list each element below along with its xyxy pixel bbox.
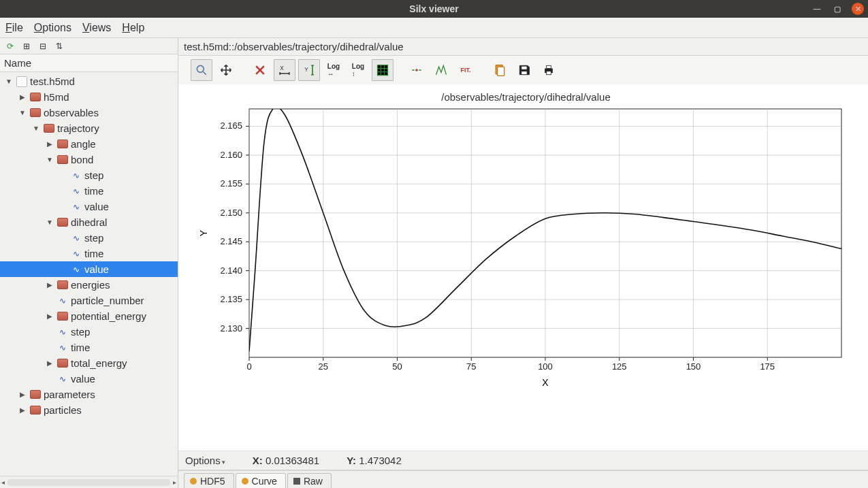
tree-label: observables <box>44 107 99 118</box>
tree-item-observables[interactable]: ▼observables <box>0 105 178 120</box>
tree-item-bond[interactable]: ▼bond <box>0 152 178 167</box>
expander-icon[interactable]: ▶ <box>45 140 54 148</box>
expander-icon[interactable]: ▼ <box>4 78 14 85</box>
pan-icon[interactable] <box>215 59 237 81</box>
tree-item-angle[interactable]: ▶angle <box>0 136 178 152</box>
view-tabs: HDF5 Curve Raw <box>178 470 868 488</box>
tab-curve[interactable]: Curve <box>236 473 286 488</box>
tree-label: trajectory <box>57 123 99 134</box>
tree-label: total_energy <box>71 357 127 369</box>
tree-item-dih_step[interactable]: ∿step <box>0 230 178 246</box>
svg-text:2.130: 2.130 <box>220 323 242 334</box>
minimize-button[interactable]: — <box>811 3 823 15</box>
tree-item-potential_energy[interactable]: ▶potential_energy <box>0 308 178 324</box>
chart-title: /observables/trajectory/dihedral/value <box>195 91 857 103</box>
tree-item-total_energy[interactable]: ▶total_energy <box>0 355 178 371</box>
folder-icon <box>57 280 68 289</box>
tree[interactable]: ▼test.h5md▶h5md▼observables▼trajectory▶a… <box>0 72 178 476</box>
tree-panel: ⟳ ⊞ ⊟ ⇅ Name ▼test.h5md▶h5md▼observables… <box>0 38 178 488</box>
expand-icon[interactable]: ⊞ <box>20 40 33 52</box>
tree-item-parameters[interactable]: ▶parameters <box>0 387 178 402</box>
svg-text:2.155: 2.155 <box>220 178 242 189</box>
peaks-icon[interactable] <box>430 59 452 81</box>
dataset-icon: ∿ <box>71 186 82 197</box>
svg-text:2.165: 2.165 <box>220 120 242 131</box>
folder-icon <box>30 108 41 117</box>
expander-icon[interactable]: ▶ <box>45 312 54 320</box>
tree-item-bond_value[interactable]: ∿value <box>0 199 178 214</box>
y-log-icon[interactable]: Log↕ <box>347 59 369 81</box>
options-dropdown[interactable]: Options <box>185 455 225 466</box>
folder-icon <box>44 124 54 133</box>
path-display: test.h5md::/observables/trajectory/dihed… <box>178 38 868 56</box>
tree-item-step[interactable]: ∿step <box>0 324 178 340</box>
print-icon[interactable] <box>538 59 560 81</box>
tree-toolbar: ⟳ ⊞ ⊟ ⇅ <box>0 38 178 54</box>
tree-item-root-label[interactable]: ▼test.h5md <box>0 74 178 89</box>
folder-icon <box>30 93 41 101</box>
reset-icon[interactable] <box>249 59 271 81</box>
expander-icon[interactable]: ▼ <box>45 218 54 226</box>
expander-icon[interactable]: ▼ <box>45 156 54 163</box>
tree-label: value <box>71 373 95 385</box>
close-button[interactable]: ✕ <box>852 3 864 15</box>
expander-icon[interactable]: ▶ <box>18 391 27 398</box>
tab-raw[interactable]: Raw <box>287 473 332 488</box>
tree-item-dihedral[interactable]: ▼dihedral <box>0 214 178 230</box>
tree-label: parameters <box>44 389 95 400</box>
save-icon[interactable] <box>513 59 535 81</box>
tree-item-bond_time[interactable]: ∿time <box>0 183 178 199</box>
tree-label: dihedral <box>71 216 107 228</box>
menu-options[interactable]: Options <box>34 22 71 34</box>
copy-icon[interactable] <box>489 59 511 81</box>
zoom-icon[interactable] <box>191 59 212 81</box>
svg-rect-10 <box>521 71 527 75</box>
tree-item-bond_step[interactable]: ∿step <box>0 167 178 183</box>
expander-icon[interactable]: ▶ <box>45 359 54 367</box>
cursor-x-readout: X: 0.01363481 <box>253 455 319 466</box>
grid-icon[interactable] <box>372 59 393 81</box>
x-autoscale-icon[interactable]: X <box>274 59 295 81</box>
tree-label: angle <box>71 138 96 150</box>
collapse-icon[interactable]: ⊟ <box>37 40 49 52</box>
svg-rect-9 <box>521 66 527 69</box>
folder-icon <box>57 359 68 368</box>
refresh-icon[interactable]: ⟳ <box>4 40 16 52</box>
dataset-icon: ∿ <box>71 201 82 212</box>
tab-hdf5[interactable]: HDF5 <box>184 473 234 488</box>
tree-item-value[interactable]: ∿value <box>0 371 178 387</box>
tree-item-particles[interactable]: ▶particles <box>0 402 178 418</box>
sort-icon[interactable]: ⇅ <box>53 40 65 52</box>
tree-item-dih_time[interactable]: ∿time <box>0 246 178 261</box>
expander-icon[interactable]: ▶ <box>45 281 54 289</box>
expander-icon[interactable]: ▶ <box>18 93 27 101</box>
tree-label: time <box>84 248 103 259</box>
svg-text:2.150: 2.150 <box>220 208 242 218</box>
tree-item-dih_value[interactable]: ∿value <box>0 261 178 277</box>
expander-icon[interactable]: ▼ <box>18 109 27 116</box>
svg-text:X: X <box>280 65 284 71</box>
menu-help[interactable]: Help <box>122 22 144 34</box>
style-icon[interactable] <box>406 59 428 81</box>
tree-header-name[interactable]: Name <box>0 54 178 72</box>
menu-file[interactable]: File <box>5 22 23 34</box>
maximize-button[interactable]: ▢ <box>831 3 843 15</box>
svg-text:75: 75 <box>466 361 476 372</box>
tree-item-time[interactable]: ∿time <box>0 340 178 355</box>
svg-text:X: X <box>542 377 549 388</box>
tree-label: value <box>84 263 109 275</box>
expander-icon[interactable]: ▼ <box>31 125 41 132</box>
expander-icon[interactable]: ▶ <box>18 406 27 414</box>
x-log-icon[interactable]: Log↔ <box>323 59 344 81</box>
tree-item-particle_number[interactable]: ∿particle_number <box>0 293 178 308</box>
horizontal-scrollbar[interactable]: ◂▸ <box>0 476 178 488</box>
plot-area[interactable]: /observables/trajectory/dihedral/value 0… <box>178 84 868 451</box>
svg-line-1 <box>204 72 206 75</box>
tree-item-energies[interactable]: ▶energies <box>0 277 178 293</box>
chart-canvas[interactable]: 02550751001251501752.1302.1352.1402.1452… <box>195 105 848 391</box>
y-autoscale-icon[interactable]: Y <box>298 59 320 81</box>
tree-item-h5md[interactable]: ▶h5md <box>0 89 178 105</box>
fit-icon[interactable]: FIT. <box>455 59 477 81</box>
menu-views[interactable]: Views <box>82 22 111 34</box>
tree-item-trajectory[interactable]: ▼trajectory <box>0 120 178 136</box>
